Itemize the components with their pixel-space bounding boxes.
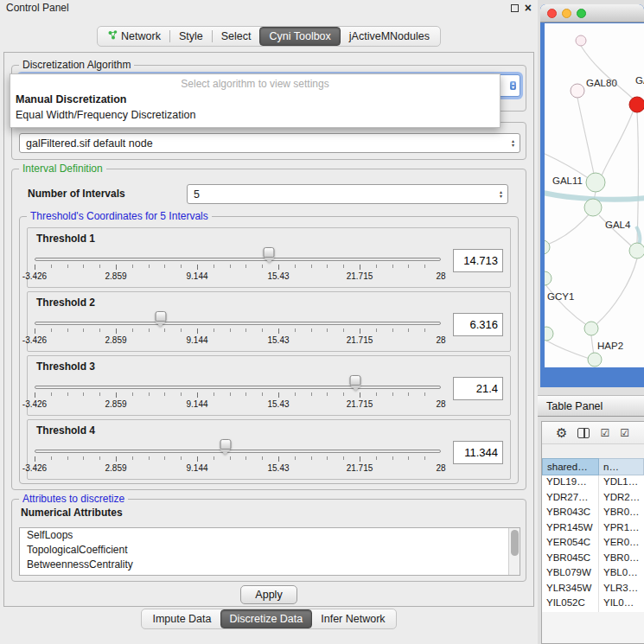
tab-impute-data[interactable]: Impute Data [143, 610, 220, 628]
network-node[interactable] [584, 322, 598, 335]
network-node[interactable] [629, 243, 644, 258]
table-row[interactable]: YLR345W YLR3… [542, 582, 644, 597]
scrollbar-thumb[interactable] [511, 530, 519, 556]
slider-major-ticks [35, 328, 441, 334]
slider-track[interactable] [35, 258, 441, 261]
tab-label: Discretize Data [230, 613, 303, 625]
float-icon[interactable] [511, 4, 519, 12]
cell-shared-name: YBL079W [542, 566, 599, 582]
group-title: Discretization Algorithm [19, 59, 134, 71]
interval-definition-group: Interval Definition Number of Intervals … [11, 169, 526, 490]
scale-label: 2.859 [105, 463, 126, 473]
threshold-4-value-input[interactable] [453, 441, 503, 464]
threshold-2-slider[interactable]: -3.426 2.859 9.144 15.43 21.715 28 [35, 310, 441, 348]
column-header-name[interactable]: n… [599, 458, 644, 475]
tab-cyni-toolbox[interactable]: Cyni Toolbox [259, 27, 340, 46]
slider-thumb[interactable] [220, 439, 231, 450]
table-row[interactable]: YDL19… YDL1… [542, 475, 644, 491]
minimize-light-icon[interactable] [562, 9, 571, 18]
combo-stepper-icon: ▴ ▾ [510, 81, 516, 90]
popup-option-equal-width-frequency[interactable]: Equal Width/Frequency Discretization [10, 107, 500, 123]
slider-track[interactable] [35, 322, 441, 325]
table-row[interactable]: YER054C YER0… [542, 536, 644, 552]
slider-track[interactable] [35, 386, 441, 389]
tab-discretize-data[interactable]: Discretize Data [220, 609, 313, 628]
threshold-4-slider[interactable]: -3.426 2.859 9.144 15.43 21.715 28 [35, 438, 441, 476]
list-item[interactable]: SelfLoops [20, 528, 520, 543]
network-node-selected[interactable] [629, 97, 644, 112]
columns-icon[interactable] [577, 428, 590, 438]
slider-major-ticks [35, 392, 441, 398]
network-node[interactable] [584, 199, 602, 216]
tab-label: Style [179, 30, 203, 42]
threshold-2-value-input[interactable] [453, 313, 503, 336]
select-all-checkbox-icon[interactable]: ☑ [600, 428, 609, 438]
scale-label: -3.426 [22, 271, 47, 281]
node-label: GAL4 [605, 220, 631, 230]
close-icon[interactable]: × [525, 3, 532, 12]
scale-label: 21.715 [347, 463, 373, 473]
threshold-3-value-input[interactable] [453, 377, 503, 400]
node-label: GAL80 [586, 78, 617, 88]
cell-name: YBR0… [599, 506, 644, 521]
number-of-intervals-label: Number of Intervals [28, 188, 125, 200]
cell-shared-name: YLR345W [542, 582, 599, 597]
table-row[interactable]: YBR043C YBR0… [542, 506, 644, 521]
network-node[interactable] [586, 173, 605, 192]
popup-option-manual-discretization[interactable]: Manual Discretization [10, 92, 500, 107]
scale-label: 9.144 [186, 335, 207, 345]
network-node[interactable] [545, 271, 552, 285]
slider-major-ticks [35, 456, 441, 462]
gear-icon[interactable]: ⚙ [556, 426, 567, 439]
node-label: GAL11 [552, 175, 583, 186]
slider-track[interactable] [35, 450, 441, 453]
tab-style[interactable]: Style [170, 28, 212, 45]
cell-shared-name: YBR045C [542, 552, 599, 567]
show-selected-checkbox-icon[interactable]: ☑ [620, 428, 629, 438]
node-label: HAP2 [597, 341, 623, 351]
table-row[interactable]: YIL052C YIL0… [542, 596, 644, 612]
network-node[interactable] [588, 353, 602, 367]
table-panel-toolbar: ⚙ ☑ ☑ [542, 422, 644, 444]
tab-infer-network[interactable]: Infer Network [312, 610, 393, 628]
scale-label: 9.144 [186, 399, 207, 409]
table-data-combo[interactable]: galFiltered.sif default node ▴ ▾ [19, 133, 520, 153]
threshold-1-slider[interactable]: -3.426 2.859 9.144 15.43 21.715 28 [35, 246, 441, 284]
network-node[interactable] [571, 84, 584, 98]
slider-major-ticks [35, 265, 441, 270]
network-node[interactable] [545, 327, 553, 341]
cell-shared-name: YPR145W [542, 521, 599, 537]
numerical-attributes-list[interactable]: SelfLoops TopologicalCoefficient Between… [19, 527, 520, 576]
slider-thumb[interactable] [155, 311, 166, 322]
tab-select[interactable]: Select [213, 28, 260, 45]
table-row[interactable]: YBR045C YBR0… [542, 552, 644, 567]
right-column: GAL80 GA GAL11 GAL4 GCY1 HAP2 Table Pane… [538, 0, 644, 644]
tab-network[interactable]: Network [99, 28, 169, 45]
network-canvas[interactable]: GAL80 GA GAL11 GAL4 GCY1 HAP2 [545, 23, 644, 367]
network-node[interactable] [576, 35, 586, 46]
cell-shared-name: YDL19… [542, 475, 599, 491]
table-panel-title: Table Panel [546, 400, 603, 412]
scale-label: 21.715 [347, 335, 373, 345]
slider-thumb[interactable] [350, 375, 361, 386]
close-light-icon[interactable] [547, 9, 557, 18]
scale-label: 28 [436, 271, 445, 281]
apply-button[interactable]: Apply [240, 585, 297, 604]
table-row[interactable]: YBL079W YBL0… [542, 566, 644, 582]
table-row[interactable]: YPR145W YPR1… [542, 521, 644, 537]
scale-label: -3.426 [22, 399, 47, 409]
list-item[interactable]: TopologicalCoefficient [20, 543, 520, 558]
cell-shared-name: YDR27… [542, 491, 599, 507]
threshold-1-value-input[interactable] [453, 249, 503, 272]
column-header-shared-name[interactable]: shared… [542, 458, 599, 475]
network-node[interactable] [545, 240, 550, 254]
list-item[interactable]: BetweennessCentrality [20, 558, 520, 572]
tab-jactivemnodules[interactable]: jActiveMNodules [341, 28, 438, 45]
list-scrollbar[interactable] [508, 528, 520, 575]
cell-name: YBR0… [599, 552, 644, 567]
number-of-intervals-combo[interactable]: 5 ▴ ▾ [187, 184, 508, 204]
slider-thumb[interactable] [264, 247, 275, 258]
threshold-3-slider[interactable]: -3.426 2.859 9.144 15.43 21.715 28 [35, 374, 441, 412]
zoom-light-icon[interactable] [577, 9, 586, 18]
table-row[interactable]: YDR27… YDR2… [542, 491, 644, 507]
